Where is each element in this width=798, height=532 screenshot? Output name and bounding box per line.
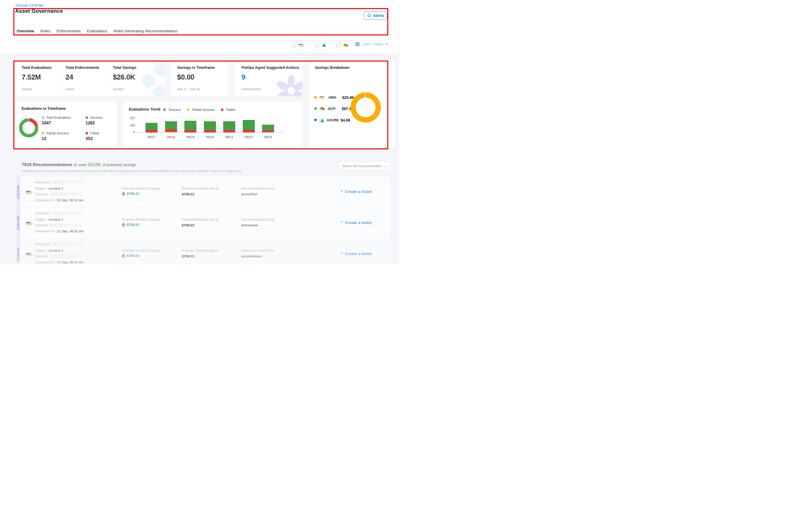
x-axis-tick (171, 133, 171, 135)
create-ticket-button[interactable]: +Create a ticket (340, 189, 372, 194)
date-range-picker[interactable]: Last 7 Days (355, 42, 388, 46)
date-range-label: Last 7 Days (362, 42, 383, 46)
aws-icon: aws (24, 251, 35, 257)
recommendation-row: CUSTOM aws Resource: Region:us-west-2 Ac… (16, 177, 391, 207)
bar-09/21 (223, 121, 235, 132)
total-enforcements-value: 24 (65, 73, 73, 81)
evaluations-timeframe-card: Evaluations in Timeframe Total Evaluatio… (15, 102, 117, 147)
svg-text:aws: aws (26, 190, 31, 193)
aws-checkbox[interactable] (292, 43, 296, 47)
redacted-resource (52, 242, 83, 246)
savings-timeframe-label: Savings in Timeframe (177, 65, 215, 70)
bar-09/18 (165, 121, 177, 132)
azure-legend-label: AZURE (327, 118, 338, 122)
bar-segment-failed (223, 130, 235, 132)
bar-segment-failed (262, 130, 274, 132)
gcp-checkbox[interactable] (337, 43, 341, 47)
total-evaluations-sub: All-time (22, 87, 32, 91)
alerts-button[interactable]: Alerts (364, 12, 387, 20)
x-axis-label: 09/19 (183, 135, 198, 139)
x-axis-tick (190, 133, 191, 135)
gcp-legend-label: GCP (328, 107, 339, 111)
legend-partial-success: Partial Success 12 (42, 131, 69, 141)
header-divider (0, 24, 399, 24)
donut-gap (28, 118, 29, 122)
donut-gap (365, 92, 366, 98)
plus-icon: + (340, 220, 343, 225)
redacted-account (50, 192, 81, 196)
x-axis-tick (210, 133, 210, 135)
bar-segment-failed (165, 129, 177, 132)
azure-icon (319, 118, 324, 122)
tab-overview[interactable]: Overview (17, 29, 34, 33)
bar-segment-success (165, 121, 177, 129)
bell-icon (367, 13, 372, 18)
total-evaluations-label: Total Evaluations (22, 65, 52, 70)
plus-icon: + (340, 189, 343, 194)
custom-badge: CUSTOM (16, 208, 20, 239)
custom-badge: CUSTOM (16, 239, 20, 266)
tab-enforcements[interactable]: Enforcements (57, 29, 81, 33)
x-axis-tick (151, 133, 152, 135)
tab-evaluations[interactable]: Evaluations (87, 29, 108, 33)
azure-checkbox[interactable] (315, 43, 319, 47)
dropdown-label: Show: All cloud providers (342, 164, 382, 168)
finops-agent-sub: Enforcements (242, 87, 261, 91)
bar-segment-failed (204, 130, 216, 132)
recommendations-heading: 7818 Recommendations to save $119K of po… (22, 162, 136, 167)
y-tick-160: 160 (127, 124, 135, 127)
create-ticket-button[interactable]: +Create a ticket (340, 220, 372, 225)
account-breadcrumb[interactable]: Account: CCM-NG (15, 3, 43, 7)
redacted-account (50, 254, 81, 258)
tab-rules[interactable]: Rules (40, 29, 50, 33)
bar-segment-success (243, 120, 255, 130)
failed-dot (86, 132, 88, 135)
svg-text:aws: aws (26, 221, 31, 224)
money-bag-icon: $ (122, 223, 125, 227)
savings-timeframe-sub: Sep 17 - Sep 24 (177, 87, 200, 91)
bar-segment-success (204, 121, 216, 130)
aws-icon: aws (24, 220, 35, 226)
total-savings-value: $26.0K (113, 73, 135, 81)
x-axis-label: 09/23 (260, 135, 276, 139)
cloud-provider-filter-dropdown[interactable]: Show: All cloud providers (338, 162, 391, 170)
tab-rules-generating-recommendations[interactable]: Rules Generating Recommendations (113, 29, 177, 33)
aws-legend-label: AWS (328, 95, 340, 99)
x-axis-label: 09/18 (163, 135, 179, 139)
bar-segment-success (262, 125, 274, 130)
provider-filter-aws[interactable]: aws (290, 40, 307, 50)
failed-dot (221, 109, 224, 111)
calendar-icon (355, 42, 360, 46)
savings-breakdown-aws-row: aws AWS $25.9K (314, 95, 355, 100)
create-ticket-button[interactable]: +Create a ticket (340, 251, 372, 256)
asset-governance-dashboard: Account: CCM-NG Asset Governance Alerts … (0, 0, 399, 266)
partial-success-dot (187, 109, 190, 111)
bar-09/20 (204, 121, 216, 132)
gcp-icon (319, 106, 325, 111)
redacted-account (50, 223, 81, 227)
flower-watermark-icon (274, 75, 303, 96)
donut-hole (356, 97, 376, 117)
provider-filter-gcp[interactable] (334, 40, 352, 50)
custom-badge: CUSTOM (16, 177, 20, 207)
provider-filter-azure[interactable] (312, 40, 329, 50)
money-bag-icon: $ (122, 192, 125, 195)
active-tab-underline (17, 34, 36, 36)
evaluations-trend-title: Evaluations Trend (129, 107, 160, 111)
aws-icon: aws (24, 189, 35, 195)
finops-agent-card: FinOps Agent Suggested Actions 9 Enforce… (235, 61, 303, 96)
redacted-resource (52, 211, 83, 215)
recommendation-row: CUSTOM aws Resource: Region:us-west-2 Ac… (16, 208, 391, 239)
trend-legend: Success Partial Success Failed (163, 108, 235, 112)
page-title: Asset Governance (15, 8, 63, 14)
bar-09/17 (146, 123, 157, 132)
svg-text:aws: aws (299, 43, 303, 46)
legend-success: Success 1282 (86, 116, 102, 126)
y-tick-0: 0 (127, 131, 135, 134)
bar-segment-success (146, 123, 157, 130)
evaluations-timeframe-donut-chart (19, 118, 38, 137)
total-enforcements-sub: Active (65, 87, 74, 91)
x-axis-label: 09/17 (144, 135, 159, 139)
total-savings-sub: All-time (113, 87, 124, 91)
page-bottom-edge (0, 264, 399, 266)
